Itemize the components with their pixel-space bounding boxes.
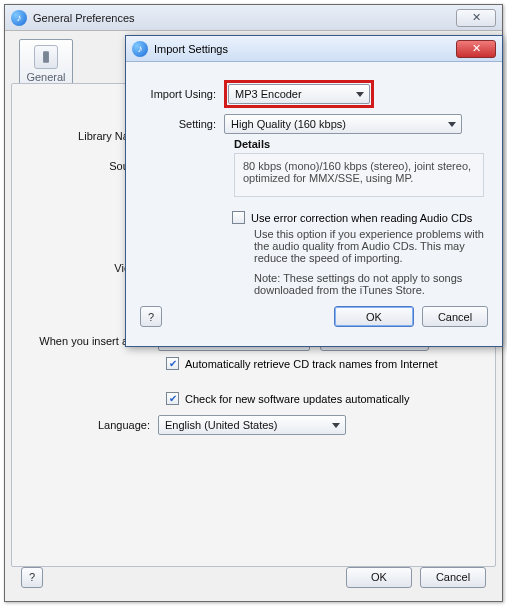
auto-retrieve-label: Automatically retrieve CD track names fr…	[185, 358, 437, 370]
setting-label: Setting:	[142, 118, 224, 130]
dialog-close-button[interactable]: ✕	[456, 40, 496, 58]
window-title: General Preferences	[33, 12, 135, 24]
dialog-body: Import Using: MP3 Encoder Setting: High …	[126, 62, 502, 306]
window-footer: ? OK Cancel	[11, 559, 496, 595]
dialog-help-button[interactable]: ?	[140, 306, 162, 327]
language-value: English (United States)	[165, 419, 278, 431]
titlebar: ♪ General Preferences ✕	[5, 5, 502, 31]
import-settings-dialog: ♪ Import Settings ✕ Import Using: MP3 En…	[125, 35, 503, 347]
help-button[interactable]: ?	[21, 567, 43, 588]
highlight-box: MP3 Encoder	[224, 80, 374, 108]
dialog-cancel-button[interactable]: Cancel	[422, 306, 488, 327]
setting-value: High Quality (160 kbps)	[231, 118, 346, 130]
language-label: Language:	[26, 419, 158, 431]
details-header: Details	[234, 138, 484, 150]
language-select[interactable]: English (United States)	[158, 415, 346, 435]
import-using-value: MP3 Encoder	[235, 88, 302, 100]
phone-icon	[34, 45, 58, 69]
auto-retrieve-checkbox[interactable]: ✔ Automatically retrieve CD track names …	[166, 357, 437, 370]
check-updates-label: Check for new software updates automatic…	[185, 393, 409, 405]
dialog-ok-button[interactable]: OK	[334, 306, 414, 327]
dialog-title: Import Settings	[154, 43, 228, 55]
checkbox-icon: ✔	[232, 211, 245, 224]
general-preferences-window: ♪ General Preferences ✕ General Library …	[4, 4, 503, 602]
check-icon: ✔	[166, 392, 179, 405]
setting-select[interactable]: High Quality (160 kbps)	[224, 114, 462, 134]
cancel-button[interactable]: Cancel	[420, 567, 486, 588]
dialog-titlebar: ♪ Import Settings ✕	[126, 36, 502, 62]
dialog-footer: ? OK Cancel	[126, 306, 502, 339]
details-text: 80 kbps (mono)/160 kbps (stereo), joint …	[234, 153, 484, 197]
tab-general[interactable]: General	[19, 39, 73, 89]
note-text: Note: These settings do not apply to son…	[254, 272, 484, 296]
svg-rect-0	[43, 51, 49, 63]
app-icon: ♪	[132, 41, 148, 57]
import-using-label: Import Using:	[142, 88, 224, 100]
check-updates-checkbox[interactable]: ✔ Check for new software updates automat…	[166, 392, 409, 405]
tab-label: General	[26, 71, 65, 83]
details-group: Details 80 kbps (mono)/160 kbps (stereo)…	[234, 138, 484, 197]
check-icon: ✔	[166, 357, 179, 370]
import-using-select[interactable]: MP3 Encoder	[228, 84, 370, 104]
ok-button[interactable]: OK	[346, 567, 412, 588]
error-correction-checkbox[interactable]: ✔ Use error correction when reading Audi…	[232, 211, 472, 224]
error-correction-label: Use error correction when reading Audio …	[251, 212, 472, 224]
close-button[interactable]: ✕	[456, 9, 496, 27]
error-correction-hint: Use this option if you experience proble…	[254, 228, 484, 264]
app-icon: ♪	[11, 10, 27, 26]
